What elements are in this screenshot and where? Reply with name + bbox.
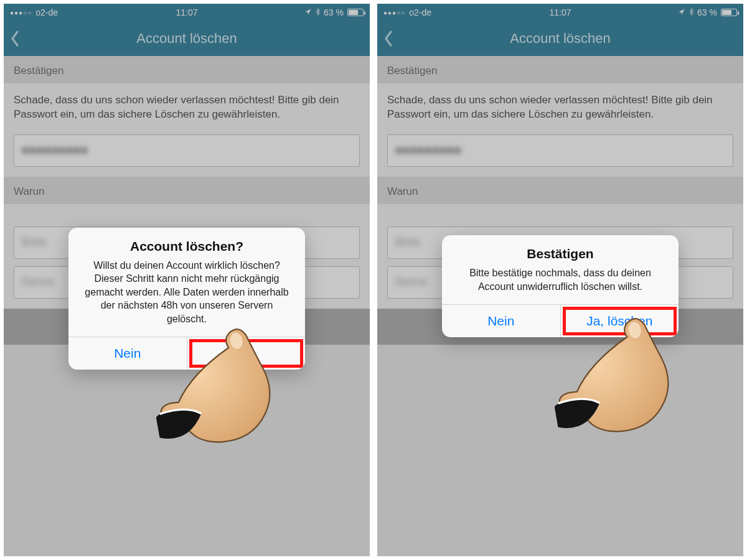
modal-scrim: Account löschen? Willst du deinen Accoun… — [4, 4, 370, 556]
pointing-hand-icon — [540, 298, 698, 457]
alert-title: Bestätigen — [442, 235, 679, 264]
alert-title: Account löschen? — [68, 228, 305, 256]
alert-message: Bitte bestätige nochmals, dass du deinen… — [442, 264, 679, 304]
screenshot-right: ●●●○○ o2-de 11:07 63 % Account löschen B… — [377, 4, 743, 556]
screenshot-left: ●●●○○ o2-de 11:07 63 % Account löschen B… — [4, 4, 370, 556]
modal-scrim: Bestätigen Bitte bestätige nochmals, das… — [377, 4, 743, 556]
pointing-hand-icon — [141, 309, 300, 467]
